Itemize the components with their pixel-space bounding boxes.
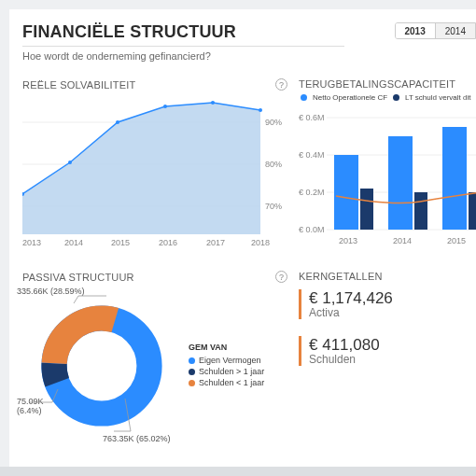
footer-strip bbox=[0, 467, 476, 476]
page-subtitle: Hoe wordt de onderneming gefinancierd? bbox=[22, 50, 344, 62]
svg-rect-30 bbox=[442, 127, 467, 230]
help-icon[interactable]: ? bbox=[275, 271, 287, 283]
svg-text:2016: 2016 bbox=[159, 238, 177, 247]
svg-text:2015: 2015 bbox=[447, 236, 466, 245]
repayment-legend: Netto Operationele CF LT schuld vervalt … bbox=[301, 93, 476, 102]
year-tabs: 2013 2014 bbox=[395, 22, 477, 39]
kpi-accent-bar bbox=[299, 336, 301, 366]
repayment-bar-chart: € 0.6M € 0.4M € 0.2M € 0.0M bbox=[299, 104, 476, 248]
kpi-item-schulden: € 411,080 Schulden bbox=[299, 336, 476, 366]
passiva-donut-chart bbox=[22, 287, 181, 445]
svg-text:2014: 2014 bbox=[64, 238, 83, 247]
svg-point-9 bbox=[163, 105, 167, 108]
callout-navy-text: 75.09K(6.4%) bbox=[17, 397, 44, 415]
swatch-icon bbox=[189, 369, 195, 375]
svg-text:€ 0.4M: € 0.4M bbox=[299, 150, 325, 160]
kpi-panel: KERNGETALLEN € 1,174,426 Activa € 411,08… bbox=[299, 271, 476, 457]
kpi-item-activa: € 1,174,426 Activa bbox=[299, 289, 476, 319]
kpi-label: Schulden bbox=[309, 353, 380, 366]
legend-item: Schulden > 1 jaar bbox=[189, 367, 264, 376]
kpi-value: € 411,080 bbox=[309, 336, 380, 355]
svg-text:2013: 2013 bbox=[339, 236, 357, 245]
svg-text:90%: 90% bbox=[265, 118, 282, 127]
svg-point-10 bbox=[211, 101, 215, 105]
swatch-icon bbox=[189, 357, 195, 364]
svg-rect-28 bbox=[388, 136, 413, 230]
svg-text:2015: 2015 bbox=[111, 238, 130, 247]
svg-text:2017: 2017 bbox=[206, 238, 225, 247]
passiva-legend-title: GEM VAN bbox=[189, 343, 264, 352]
kpi-label: Activa bbox=[309, 306, 393, 319]
svg-rect-26 bbox=[334, 155, 358, 230]
dot-icon bbox=[301, 94, 307, 101]
svg-rect-27 bbox=[360, 189, 373, 230]
repayment-title: TERUGBETALINGSCAPACITEIT bbox=[299, 78, 455, 90]
dot-icon bbox=[393, 94, 399, 101]
kpi-accent-bar bbox=[299, 289, 301, 319]
svg-point-11 bbox=[259, 108, 262, 112]
legend-label: Schulden > 1 jaar bbox=[199, 367, 264, 376]
legend-label-lt: LT schuld vervalt dit bbox=[405, 93, 470, 102]
svg-point-7 bbox=[68, 161, 72, 164]
svg-rect-31 bbox=[469, 192, 476, 230]
page-title: FINANCIËLE STRUCTUUR bbox=[22, 22, 344, 47]
svg-text:80%: 80% bbox=[265, 160, 282, 169]
legend-label: Schulden < 1 jaar bbox=[199, 378, 264, 387]
svg-text:€ 0.6M: € 0.6M bbox=[299, 113, 325, 122]
solvency-title: REËLE SOLVABILITEIT bbox=[22, 79, 135, 91]
svg-text:70%: 70% bbox=[265, 202, 282, 211]
passiva-panel: PASSIVA STRUCTUUR ? 335.66K (28.59%) 75.… bbox=[22, 271, 293, 457]
callout-navy: 75.09K(6.4%) bbox=[17, 397, 44, 415]
callout-orange: 335.66K (28.59%) bbox=[17, 287, 85, 296]
kpi-value: € 1,174,426 bbox=[309, 289, 393, 308]
callout-blue: 763.35K (65.02%) bbox=[103, 434, 171, 443]
kpi-title: KERNGETALLEN bbox=[299, 271, 383, 282]
legend-label: Eigen Vermogen bbox=[199, 356, 261, 365]
svg-text:2013: 2013 bbox=[22, 238, 41, 247]
repayment-panel: TERUGBETALINGSCAPACITEIT Netto Operation… bbox=[299, 78, 476, 265]
help-icon[interactable]: ? bbox=[275, 78, 287, 91]
svg-rect-29 bbox=[414, 192, 427, 230]
solvency-area-chart: 90% 80% 70% 2013 2014 2015 2016 bbox=[22, 94, 284, 248]
svg-point-8 bbox=[116, 120, 119, 124]
passiva-title: PASSIVA STRUCTUUR bbox=[22, 272, 134, 283]
svg-text:2014: 2014 bbox=[393, 236, 412, 245]
year-tab-2014[interactable]: 2014 bbox=[436, 23, 475, 38]
swatch-icon bbox=[189, 380, 195, 386]
year-tab-2013[interactable]: 2013 bbox=[396, 23, 436, 38]
legend-label-cf: Netto Operationele CF bbox=[313, 93, 387, 102]
svg-text:€ 0.0M: € 0.0M bbox=[299, 225, 325, 234]
legend-item: Eigen Vermogen bbox=[189, 356, 264, 365]
legend-item: Schulden < 1 jaar bbox=[189, 378, 264, 387]
svg-text:€ 0.2M: € 0.2M bbox=[299, 188, 325, 197]
svg-text:2018: 2018 bbox=[251, 238, 270, 247]
solvency-panel: REËLE SOLVABILITEIT ? 90% 80% 70% bbox=[22, 78, 293, 265]
passiva-legend: GEM VAN Eigen Vermogen Schulden > 1 jaar… bbox=[189, 343, 264, 389]
